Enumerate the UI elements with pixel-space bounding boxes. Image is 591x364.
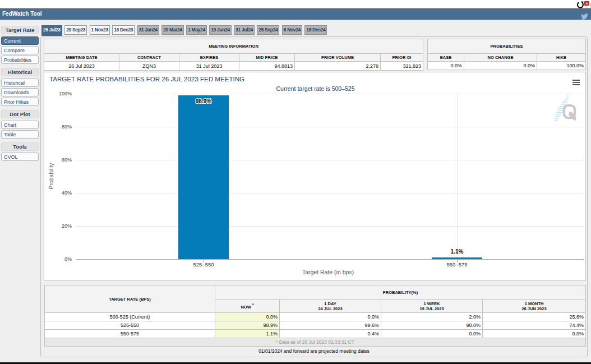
svg-text:98.9%: 98.9% — [196, 98, 211, 104]
